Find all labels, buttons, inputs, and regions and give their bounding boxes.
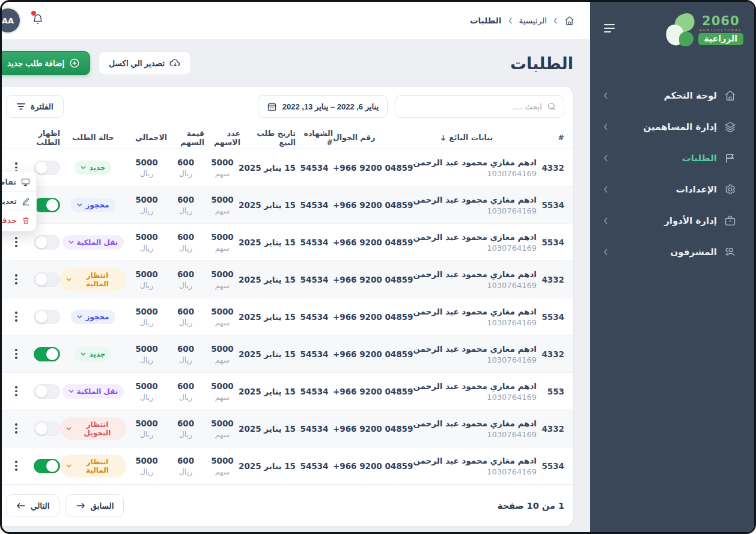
- main-area: الرئيسية الطلبات AA الطلبات: [0, 2, 590, 532]
- visibility-toggle[interactable]: [34, 347, 60, 361]
- kebab-menu-icon[interactable]: [6, 309, 26, 324]
- menu-item-edit[interactable]: تعديل: [0, 191, 36, 210]
- kebab-menu-icon[interactable]: [6, 235, 26, 250]
- details-label: تفاصيل: [0, 177, 16, 186]
- add-request-button[interactable]: إضافة طلب جديد: [0, 51, 90, 75]
- visibility-toggle[interactable]: [34, 161, 60, 175]
- cell-status: جديد: [60, 161, 126, 175]
- col-header-id[interactable]: #: [537, 133, 564, 142]
- status-badge[interactable]: نقل الملكية: [62, 235, 124, 250]
- sidebar-item-4[interactable]: إدارة الأدوار: [601, 207, 739, 234]
- sidebar-item-3[interactable]: الإعدادات: [601, 176, 739, 203]
- chevron-left-icon: [603, 155, 608, 162]
- filter-button[interactable]: الفلترة: [6, 95, 64, 118]
- col-header-sale-date[interactable]: تاريخ طلب البيع: [240, 129, 296, 147]
- cell-sale-date: 15 يناير 2025: [240, 387, 296, 396]
- sidebar-item-label: الإعدادات: [676, 184, 717, 195]
- status-badge[interactable]: جديد: [75, 347, 111, 361]
- col-header-seller[interactable]: بيانات البائع: [440, 133, 537, 142]
- chevron-down-icon: [69, 240, 74, 244]
- col-header-total[interactable]: الاجمالي: [126, 133, 167, 142]
- sidebar-item-1[interactable]: إدارة المساهمين: [601, 114, 739, 140]
- cell-total: 5000ريال: [126, 456, 167, 476]
- cell-status: انتظار المالية: [60, 455, 126, 477]
- next-label: التالي: [31, 501, 49, 511]
- cell-seller: ادهم مغازي محمود عبد الرحمن1030764169: [413, 381, 537, 402]
- col-header-status[interactable]: حالة الطلب: [60, 133, 126, 142]
- status-badge[interactable]: انتظار المالية: [60, 455, 126, 477]
- kebab-menu-icon[interactable]: [6, 421, 26, 436]
- pagination: 1 من 10 صفحة السابق التالي: [0, 485, 573, 526]
- cell-actions: [6, 421, 26, 436]
- col-header-share-price[interactable]: قيمة السهم: [167, 129, 204, 147]
- hamburger-menu-icon[interactable]: [603, 23, 615, 35]
- status-badge[interactable]: جديد: [75, 161, 111, 175]
- edit-label: تعديل: [0, 197, 17, 206]
- col-header-certificate[interactable]: الشهادة #: [296, 129, 333, 147]
- kebab-menu-icon[interactable]: [6, 384, 26, 399]
- cell-seller: ادهم مغازي محمود عبد الرحمن1030764169: [413, 232, 537, 253]
- status-badge[interactable]: محجوز: [71, 198, 115, 212]
- kebab-menu-icon[interactable]: [6, 458, 26, 473]
- chevron-left-icon: [603, 217, 608, 224]
- export-excel-button[interactable]: تصدير الي اكسل: [99, 51, 191, 75]
- visibility-toggle[interactable]: [34, 198, 60, 212]
- visibility-toggle[interactable]: [34, 235, 60, 250]
- notification-bell-icon[interactable]: [32, 13, 44, 28]
- next-page-button[interactable]: التالي: [6, 494, 59, 517]
- filter-lines-icon: [16, 102, 26, 111]
- cell-total: 5000ريال: [126, 419, 167, 439]
- sidebar-item-5[interactable]: المشرفون: [601, 239, 739, 265]
- date-range-picker[interactable]: يناير 6, 2022 – يناير 13, 2022: [258, 95, 388, 118]
- kebab-menu-icon[interactable]: [6, 272, 26, 287]
- prev-label: السابق: [90, 501, 114, 511]
- filter-label: الفلترة: [31, 102, 53, 111]
- visibility-toggle[interactable]: [34, 422, 60, 436]
- cell-shares: 5000سهم: [204, 269, 240, 290]
- status-badge[interactable]: انتظار المالية: [60, 268, 126, 291]
- cell-sale-date: 15 يناير 2025: [240, 200, 296, 210]
- cell-share-price: 600ريال: [167, 456, 204, 476]
- cell-status: انتظار التحويل: [60, 417, 126, 440]
- home-icon[interactable]: [564, 16, 575, 26]
- kebab-menu-icon[interactable]: [6, 346, 26, 361]
- chevron-down-icon: [77, 203, 82, 207]
- col-header-phone[interactable]: رقم الجوال: [333, 133, 440, 142]
- cell-phone: +966 9200 04859: [333, 387, 413, 396]
- users-icon: [724, 246, 736, 258]
- cell-shares: 5000سهم: [204, 307, 240, 327]
- breadcrumb-current[interactable]: الطلبات: [470, 16, 502, 25]
- cell-status: جديد: [60, 347, 126, 361]
- prev-page-button[interactable]: السابق: [66, 494, 124, 517]
- visibility-toggle[interactable]: [34, 272, 60, 287]
- search-input[interactable]: [403, 102, 542, 111]
- status-badge[interactable]: انتظار التحويل: [60, 417, 126, 440]
- user-avatar[interactable]: AA: [0, 8, 20, 32]
- cell-shares: 5000سهم: [204, 195, 240, 215]
- arrow-left-icon: [16, 502, 26, 510]
- sidebar-item-2[interactable]: الطلبات: [601, 145, 739, 171]
- status-badge[interactable]: نقل الملكية: [62, 384, 124, 399]
- cell-status: محجوز: [60, 198, 126, 212]
- cell-status: نقل الملكية: [60, 384, 126, 399]
- cell-shares: 5000سهم: [204, 456, 240, 476]
- chevron-down-icon: [77, 315, 82, 319]
- visibility-toggle[interactable]: [34, 310, 60, 324]
- col-header-visibility[interactable]: اظهار الطلب: [26, 129, 60, 147]
- col-header-shares[interactable]: عدد الاسهم: [204, 129, 240, 147]
- cell-certificate: 54534: [296, 163, 333, 173]
- sidebar-nav: لوحة التحكمإدارة المساهمينالطلباتالإعداد…: [590, 82, 754, 265]
- menu-item-details[interactable]: تفاصيل: [0, 173, 36, 191]
- visibility-toggle[interactable]: [34, 459, 60, 473]
- sidebar-item-label: إدارة المساهمين: [644, 121, 718, 132]
- breadcrumb: الرئيسية الطلبات: [470, 16, 575, 26]
- chevron-left-icon: [603, 248, 608, 256]
- status-badge[interactable]: محجوز: [71, 310, 115, 324]
- menu-item-delete[interactable]: حذف: [0, 210, 36, 230]
- breadcrumb-home[interactable]: الرئيسية: [519, 16, 547, 25]
- chevron-down-icon: [66, 464, 72, 468]
- sidebar-item-0[interactable]: لوحة التحكم: [601, 82, 739, 109]
- page-content: الطلبات تصدير الي اكسل إضافة طلب جديد: [0, 39, 590, 527]
- chevron-down-icon: [81, 165, 86, 170]
- visibility-toggle[interactable]: [34, 384, 60, 399]
